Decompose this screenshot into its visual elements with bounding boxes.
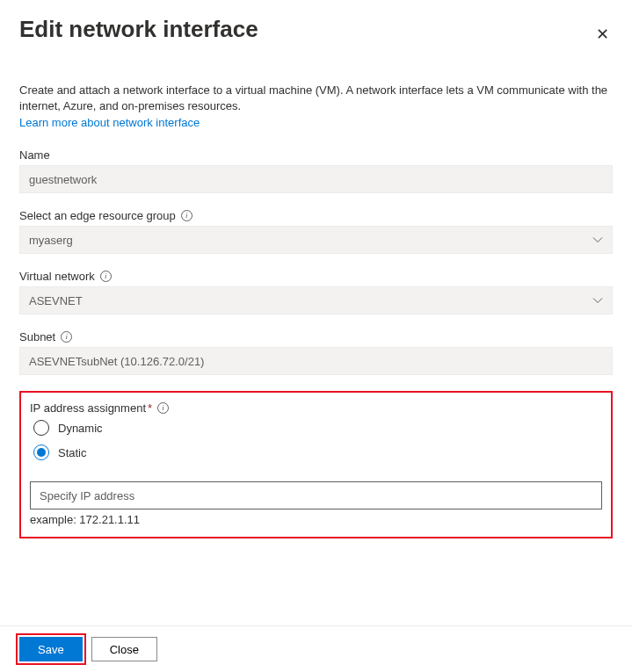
radio-icon (33, 420, 49, 436)
subnet-label: Subnet i (19, 330, 613, 343)
radio-label-static: Static (58, 446, 87, 459)
ip-assignment-label: IP address assignment* i (30, 401, 602, 415)
save-button[interactable]: Save (19, 637, 83, 661)
ip-example-text: example: 172.21.1.11 (30, 513, 602, 526)
learn-more-link[interactable]: Learn more about network interface (19, 116, 200, 129)
radio-icon (33, 444, 49, 460)
chevron-down-icon (592, 235, 603, 245)
info-icon[interactable]: i (181, 210, 193, 221)
name-input: guestnetwork (19, 165, 613, 193)
resource-group-select[interactable]: myaserg (19, 226, 613, 254)
vnet-label: Virtual network i (19, 270, 613, 283)
chevron-down-icon (592, 295, 603, 306)
radio-static[interactable]: Static (33, 444, 602, 460)
radio-dynamic[interactable]: Dynamic (33, 420, 602, 436)
name-label: Name (19, 148, 613, 162)
radio-label-dynamic: Dynamic (58, 422, 103, 435)
panel-title: Edit network interface (19, 16, 258, 43)
ip-assignment-section: IP address assignment* i Dynamic Static … (19, 391, 613, 538)
description-text: Create and attach a network interface to… (19, 83, 613, 114)
vnet-select[interactable]: ASEVNET (19, 286, 613, 314)
close-button[interactable]: Close (91, 637, 157, 661)
info-icon[interactable]: i (157, 402, 169, 414)
close-icon[interactable]: ✕ (592, 21, 613, 47)
footer-bar: Save Close (0, 625, 632, 672)
subnet-input: ASEVNETsubNet (10.126.72.0/21) (19, 347, 613, 375)
info-icon[interactable]: i (61, 331, 72, 343)
ip-address-input[interactable] (30, 481, 602, 509)
resource-group-label: Select an edge resource group i (19, 209, 613, 222)
info-icon[interactable]: i (100, 271, 112, 282)
